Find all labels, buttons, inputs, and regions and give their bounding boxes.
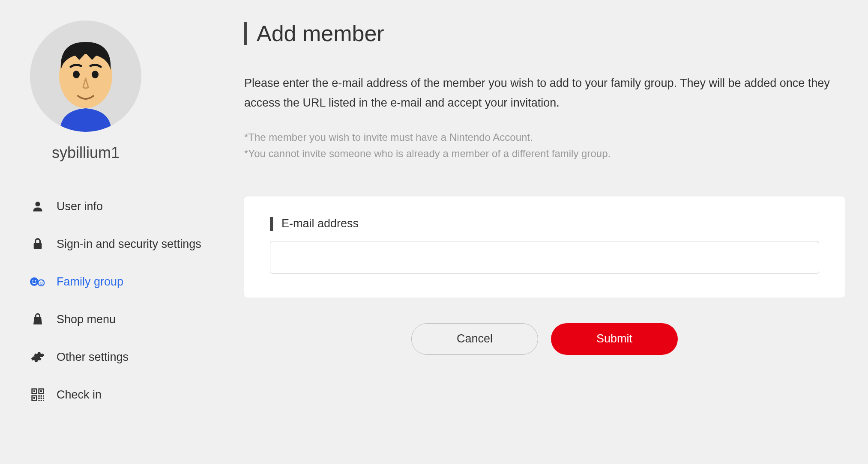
svg-rect-5 xyxy=(34,243,42,249)
sidebar-item-label: Shop menu xyxy=(57,313,116,326)
sidebar-item-other-settings[interactable]: Other settings xyxy=(30,338,236,376)
sidebar-item-shop-menu[interactable]: Shop menu xyxy=(30,300,236,338)
sidebar-item-check-in[interactable]: Check in xyxy=(30,376,236,413)
page-title: Add member xyxy=(257,21,384,46)
svg-rect-20 xyxy=(43,395,44,396)
svg-point-3 xyxy=(92,71,99,78)
avatar[interactable] xyxy=(30,21,236,132)
submit-button[interactable]: Submit xyxy=(551,323,678,355)
user-icon xyxy=(30,199,45,214)
sidebar-item-security[interactable]: Sign-in and security settings xyxy=(30,225,236,263)
email-form-card: E-mail address xyxy=(244,196,845,297)
svg-rect-17 xyxy=(33,397,35,399)
sidebar-item-family-group[interactable]: Family group xyxy=(30,263,236,300)
svg-rect-19 xyxy=(41,395,42,396)
svg-rect-23 xyxy=(43,398,44,399)
svg-rect-15 xyxy=(40,390,42,392)
svg-rect-22 xyxy=(41,398,42,399)
svg-point-6 xyxy=(30,277,39,286)
svg-point-10 xyxy=(40,282,41,283)
email-label: E-mail address xyxy=(281,217,359,230)
svg-point-4 xyxy=(35,202,40,206)
svg-rect-18 xyxy=(38,395,39,396)
sidebar-item-label: Sign-in and security settings xyxy=(57,238,201,251)
sidebar-item-label: Other settings xyxy=(57,351,129,364)
svg-rect-13 xyxy=(33,390,35,392)
svg-point-2 xyxy=(73,71,80,78)
svg-point-8 xyxy=(35,280,36,282)
svg-rect-24 xyxy=(38,400,39,401)
username: sybillium1 xyxy=(30,144,141,162)
email-input[interactable] xyxy=(270,241,819,274)
family-icon xyxy=(30,274,45,289)
svg-rect-26 xyxy=(43,400,44,401)
note-text: *You cannot invite someone who is alread… xyxy=(244,146,845,162)
note-text: *The member you wish to invite must have… xyxy=(244,129,845,146)
description-text: Please enter the e-mail address of the m… xyxy=(244,74,845,113)
shop-icon xyxy=(30,312,45,327)
sidebar-item-label: Check in xyxy=(57,388,102,402)
title-accent-bar xyxy=(244,22,247,45)
svg-point-11 xyxy=(42,282,42,283)
lock-icon xyxy=(30,236,45,252)
field-accent-bar xyxy=(270,217,273,231)
svg-point-7 xyxy=(32,280,33,282)
svg-rect-21 xyxy=(38,398,39,399)
qr-icon xyxy=(30,387,45,402)
gear-icon xyxy=(30,349,45,365)
sidebar-item-user-info[interactable]: User info xyxy=(30,187,236,225)
cancel-button[interactable]: Cancel xyxy=(411,323,538,355)
sidebar-item-label: Family group xyxy=(57,275,123,289)
sidebar-item-label: User info xyxy=(57,200,103,213)
svg-point-9 xyxy=(38,280,44,286)
svg-rect-25 xyxy=(41,400,42,401)
